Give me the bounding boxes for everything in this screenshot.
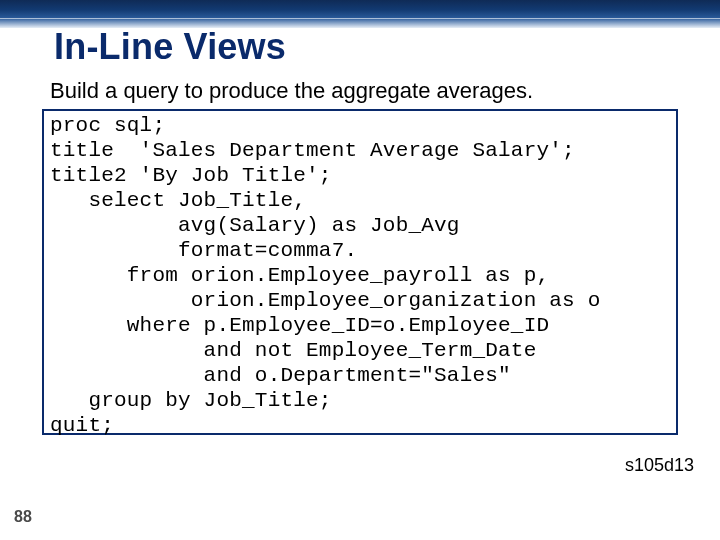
slide-reference: s105d13 [625,455,694,476]
page-number: 88 [14,508,32,526]
slide-title: In-Line Views [54,26,286,68]
code-box: proc sql; title 'Sales Department Averag… [42,109,678,435]
slide-subtitle: Build a query to produce the aggregate a… [50,78,533,104]
slide: In-Line Views Build a query to produce t… [0,0,720,540]
code-block: proc sql; title 'Sales Department Averag… [50,113,670,438]
header-band [0,0,720,28]
header-line [0,18,720,19]
